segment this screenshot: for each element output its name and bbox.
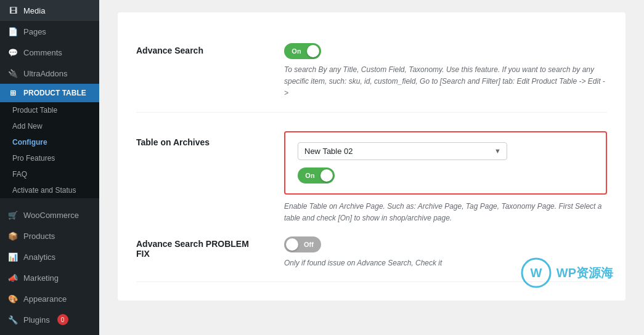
- table-on-archives-toggle-btn[interactable]: On: [298, 168, 335, 184]
- advance-search-row: Advance Search On To search By any Title…: [136, 31, 607, 113]
- sidebar-item-plugins[interactable]: 🔧 Plugins 0: [0, 309, 99, 330]
- sidebar-item-analytics[interactable]: 📊 Analytics: [0, 246, 99, 267]
- sidebar-item-product-table-link[interactable]: Product Table: [0, 102, 99, 118]
- sidebar-item-woocommerce[interactable]: 🛒 WooCommerce: [0, 204, 99, 225]
- sidebar: 🎞 Media 📄 Pages 💬 Comments 🔌 UltraAddons…: [0, 0, 99, 335]
- table-select[interactable]: New Table 02 New Table 01 Default Table: [298, 142, 507, 160]
- sidebar-item-faq[interactable]: FAQ: [0, 166, 99, 182]
- table-on-archives-description: Enable Table on Archive Page. Such as: A…: [284, 201, 607, 224]
- table-on-archives-box: New Table 02 New Table 01 Default Table …: [284, 131, 607, 195]
- sidebar-item-add-new[interactable]: Add New: [0, 118, 99, 134]
- advance-search-toggle-btn[interactable]: On: [284, 43, 321, 59]
- advance-search-fix-toggle-btn[interactable]: Off: [284, 236, 321, 252]
- sidebar-item-configure[interactable]: Configure: [0, 134, 99, 150]
- table-select-wrapper: New Table 02 New Table 01 Default Table …: [298, 142, 507, 160]
- table-on-archives-content: New Table 02 New Table 01 Default Table …: [284, 125, 607, 224]
- sidebar-item-marketing[interactable]: 📣 Marketing: [0, 267, 99, 288]
- advance-search-fix-toggle[interactable]: Off: [284, 236, 321, 252]
- sidebar-item-pro-features[interactable]: Pro Features: [0, 150, 99, 166]
- sub-menu: Product Table Add New Configure Pro Feat…: [0, 102, 99, 198]
- advance-search-content: On To search By any Title, Custom Field,…: [284, 43, 607, 100]
- pages-icon: 📄: [7, 26, 18, 37]
- advance-search-fix-knob: [286, 238, 298, 251]
- advance-search-toggle[interactable]: On: [284, 43, 321, 59]
- sidebar-item-appearance[interactable]: 🎨 Appearance: [0, 288, 99, 309]
- sidebar-item-pages[interactable]: 📄 Pages: [0, 21, 99, 42]
- advance-search-fix-label: Advance Search PROBLEM FIX: [136, 236, 259, 259]
- sidebar-item-activate-status[interactable]: Activate and Status: [0, 182, 99, 198]
- sidebar-item-product-table[interactable]: ⊞ PRODUCT TABLE: [0, 84, 99, 102]
- products-icon: 📦: [7, 230, 18, 241]
- advance-search-description: To search By any Title, Custom Field, Ta…: [284, 64, 607, 100]
- table-on-archives-knob: [320, 169, 333, 182]
- plugins-icon: 🔧: [7, 314, 18, 325]
- sidebar-item-products[interactable]: 📦 Products: [0, 225, 99, 246]
- comments-icon: 💬: [7, 47, 18, 58]
- media-icon: 🎞: [7, 5, 18, 16]
- analytics-icon: 📊: [7, 251, 18, 262]
- advance-search-knob: [307, 45, 319, 57]
- sidebar-item-ultraaddons[interactable]: 🔌 UltraAddons: [0, 63, 99, 84]
- main-content: Advance Search On To search By any Title…: [99, 0, 644, 335]
- appearance-icon: 🎨: [7, 293, 18, 304]
- table-on-archives-row: Table on Archives New Table 02 New Table…: [136, 113, 607, 224]
- woocommerce-icon: 🛒: [7, 209, 18, 220]
- plugins-badge: 0: [57, 314, 68, 325]
- watermark: W WP资源海: [521, 257, 613, 288]
- table-on-archives-label: Table on Archives: [136, 125, 259, 147]
- wp-logo-icon: W: [521, 257, 552, 288]
- sidebar-item-comments[interactable]: 💬 Comments: [0, 42, 99, 63]
- product-table-icon: ⊞: [7, 87, 18, 99]
- sidebar-item-media[interactable]: 🎞 Media: [0, 0, 99, 21]
- svg-text:W: W: [530, 266, 542, 280]
- advance-search-label: Advance Search: [136, 43, 259, 55]
- table-on-archives-toggle[interactable]: On: [298, 168, 593, 184]
- table-on-archives-inner: New Table 02 New Table 01 Default Table …: [298, 142, 593, 184]
- marketing-icon: 📣: [7, 272, 18, 283]
- watermark-text: WP资源海: [556, 265, 613, 281]
- settings-card: Advance Search On To search By any Title…: [118, 12, 626, 301]
- ultraaddons-icon: 🔌: [7, 68, 18, 79]
